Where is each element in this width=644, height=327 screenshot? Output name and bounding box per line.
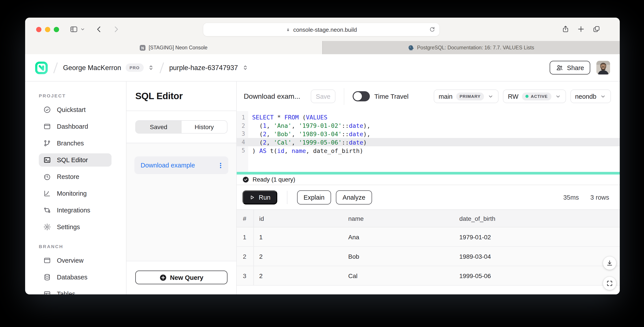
sidebar-item-overview[interactable]: Overview [39, 254, 112, 267]
browser-tab-label: PostgreSQL: Documentation: 16: 7.7. VALU… [417, 45, 534, 50]
results-row[interactable]: 22Bob1989-03-04 [237, 247, 620, 266]
chevron-down-icon [600, 93, 606, 100]
sidebar-item-databases[interactable]: Databases [39, 270, 112, 284]
address-bar[interactable]: console-stage.neon.build [203, 23, 440, 36]
results-column-header[interactable]: id [254, 210, 348, 227]
share-button[interactable]: Share [550, 61, 590, 74]
code-line[interactable]: 1SELECT * FROM (VALUES [237, 113, 620, 122]
integrations-icon [43, 206, 51, 214]
saved-query-link[interactable]: Download example [140, 162, 195, 169]
branches-icon [43, 139, 51, 147]
project-selector-icon[interactable] [242, 64, 248, 71]
results-cell: 1 [254, 228, 348, 246]
code-line[interactable]: 2 (1, 'Ana', '1979-01-02'::date), [237, 122, 620, 130]
results-column-header[interactable]: date_of_birth [459, 210, 620, 227]
org-name[interactable]: George MacKerron [63, 64, 121, 72]
saved-query-item[interactable]: Download example [134, 156, 228, 174]
compute-name: RW [508, 93, 518, 100]
expand-icon [606, 280, 613, 287]
org-selector-icon[interactable] [148, 64, 154, 71]
sidebar-section-label: BRANCH [39, 244, 112, 249]
code-line-text: (1, 'Ana', '1979-01-02'::date), [248, 122, 370, 129]
code-line[interactable]: 4 (2, 'Cal', '1999-05-06'::date) [237, 138, 620, 146]
neon-logo-icon[interactable] [35, 61, 48, 74]
tab-saved[interactable]: Saved [136, 121, 182, 133]
active-status-dot [526, 95, 528, 98]
new-tab-icon[interactable] [577, 25, 585, 33]
sidebar-item-label: Integrations [57, 207, 90, 214]
sidebar: PROJECTQuickstartDashboardBranchesSQL Ed… [25, 82, 126, 294]
results-cell: 2 [254, 266, 348, 285]
code-line[interactable]: 5) AS t(id, name, date_of_birth) [237, 146, 620, 155]
time-travel-toggle[interactable] [353, 91, 370, 101]
editor-area: Download exam... Save Time Travel main P… [237, 82, 620, 294]
queries-panel-header: SQL Editor [126, 82, 236, 111]
reload-icon[interactable] [429, 26, 436, 32]
browser-tab[interactable]: PostgreSQL: Documentation: 16: 7.7. VALU… [322, 41, 620, 54]
code-line-text: SELECT * FROM (VALUES [248, 114, 327, 121]
expand-results-button[interactable] [603, 277, 616, 290]
download-results-button[interactable] [603, 256, 616, 270]
sidebar-item-sql-editor[interactable]: SQL Editor [39, 153, 112, 166]
results-column-header[interactable]: name [348, 210, 459, 227]
fullscreen-window-button[interactable] [54, 27, 59, 32]
share-button-label: Share [567, 64, 584, 71]
project-name[interactable]: purple-haze-63747937 [169, 64, 238, 72]
sidebar-item-label: Settings [57, 224, 80, 230]
run-button[interactable]: Run [242, 190, 277, 204]
explain-button[interactable]: Explain [297, 190, 331, 204]
share-page-icon[interactable] [562, 25, 570, 33]
tab-history[interactable]: History [182, 121, 227, 133]
back-button[interactable] [95, 25, 103, 34]
results-cell: 3 [237, 266, 254, 285]
plus-circle-icon [159, 274, 166, 281]
code-line-text: (2, 'Cal', '1999-05-06'::date) [248, 139, 367, 146]
sidebar-item-tables[interactable]: Tables [39, 287, 112, 294]
neon-n-favicon: N [140, 45, 146, 50]
minimize-window-button[interactable] [45, 27, 50, 32]
database-select[interactable]: neondb [570, 90, 611, 103]
results-row[interactable]: 11Ana1979-01-02 [237, 228, 620, 247]
results-header-row: #idnamedate_of_birth [237, 210, 620, 228]
breadcrumb-divider [159, 62, 164, 73]
editor-resize-handle[interactable] [237, 172, 620, 174]
query-status-text: Ready (1 query) [252, 176, 295, 183]
results-column-header[interactable]: # [237, 210, 254, 227]
avatar[interactable] [596, 61, 610, 74]
line-number: 5 [237, 147, 248, 154]
sidebar-item-label: Databases [57, 274, 88, 281]
sidebar-item-settings[interactable]: Settings [39, 220, 112, 234]
gear-icon [43, 223, 51, 231]
sidebar-item-integrations[interactable]: Integrations [39, 204, 112, 217]
sidebar-item-restore[interactable]: Restore [39, 170, 112, 183]
new-query-button[interactable]: New Query [135, 270, 228, 284]
chevron-down-icon [488, 93, 494, 100]
sidebar-toggle-icon[interactable] [70, 25, 78, 34]
compute-active-label: ACTIVE [531, 94, 548, 99]
sidebar-item-dashboard[interactable]: Dashboard [39, 120, 112, 133]
browser-tab[interactable]: N[STAGING] Neon Console [25, 41, 322, 54]
query-actions-row: Run Explain Analyze 35ms 3 rows [237, 185, 620, 210]
forward-button[interactable] [112, 25, 120, 34]
results-row[interactable]: 32Cal1999-05-06 [237, 266, 620, 286]
branch-select[interactable]: main PRIMARY [434, 90, 498, 103]
kebab-menu-icon[interactable] [217, 162, 224, 169]
results-cell: Bob [348, 247, 459, 266]
code-line[interactable]: 3 (2, 'Bob', '1989-03-04'::date), [237, 130, 620, 138]
save-button[interactable]: Save [311, 90, 336, 103]
run-label: Run [259, 194, 270, 201]
sidebar-item-quickstart[interactable]: Quickstart [39, 103, 112, 116]
sidebar-section-label: PROJECT [39, 93, 112, 98]
page-title: SQL Editor [135, 91, 228, 101]
analyze-button[interactable]: Analyze [336, 190, 372, 204]
new-query-label: New Query [170, 274, 204, 281]
results-cell: Ana [348, 228, 459, 246]
chevron-down-icon[interactable] [80, 27, 85, 32]
sidebar-item-monitoring[interactable]: Monitoring [39, 187, 112, 200]
sidebar-item-branches[interactable]: Branches [39, 136, 112, 150]
sql-code-editor[interactable]: 1SELECT * FROM (VALUES2 (1, 'Ana', '1979… [237, 111, 620, 172]
tab-overview-icon[interactable] [592, 25, 600, 33]
compute-select[interactable]: RW ACTIVE [503, 90, 566, 103]
close-window-button[interactable] [36, 27, 42, 32]
branch-name: main [438, 93, 452, 100]
